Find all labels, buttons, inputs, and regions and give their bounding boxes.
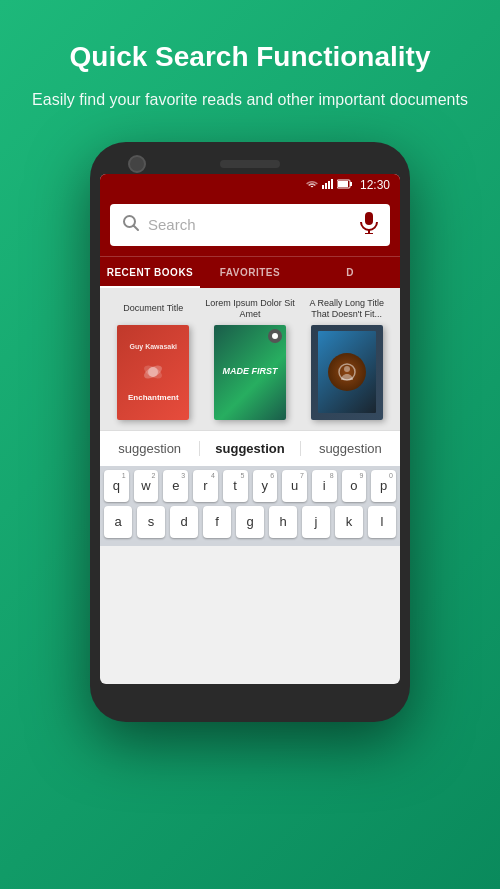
battery-icon [337,179,353,191]
status-icons: 12:30 [305,178,390,192]
key-p[interactable]: 0p [371,470,396,502]
svg-line-8 [134,225,139,230]
svg-rect-3 [331,179,333,189]
book-title-1: Document Title [123,298,183,320]
key-g[interactable]: g [236,506,264,538]
key-i[interactable]: 8i [312,470,337,502]
book-cover-3-inner [318,331,376,413]
suggestions-bar: suggestion suggestion suggestion [100,430,400,466]
status-bar: 12:30 [100,174,400,196]
svg-point-14 [148,367,158,377]
key-q[interactable]: 1q [104,470,129,502]
book-item-2[interactable]: Lorem Ipsum Dolor Sit Amet MADE FIRST [205,298,296,420]
key-s[interactable]: s [137,506,165,538]
book-cover-title-2: MADE FIRST [223,367,278,377]
suggestion-2[interactable]: suggestion [200,439,299,458]
key-o[interactable]: 9o [342,470,367,502]
key-h[interactable]: h [269,506,297,538]
book-cover-1: Guy Kawasaki Enchantment [117,325,189,420]
key-l[interactable]: l [368,506,396,538]
suggestion-3[interactable]: suggestion [301,439,400,458]
key-f[interactable]: f [203,506,231,538]
phone-mockup: 12:30 Search [90,142,410,722]
key-t[interactable]: 5t [223,470,248,502]
book-title-3: A Really Long Title That Doesn't Fit... [301,298,392,320]
keyboard: 1q 2w 3e 4r 5t 6y 7u 8i 9o 0p a s d f [100,466,400,546]
phone-screen: 12:30 Search [100,174,400,684]
book-cover-3-art [328,353,366,391]
status-time: 12:30 [360,178,390,192]
key-k[interactable]: k [335,506,363,538]
book-cover-3 [311,325,383,420]
search-placeholder: Search [148,216,352,233]
key-a[interactable]: a [104,506,132,538]
books-grid: Document Title Guy Kawasaki Enchantment … [100,288,400,430]
key-j[interactable]: j [302,506,330,538]
phone-camera [128,155,146,173]
svg-rect-5 [338,181,348,187]
svg-rect-9 [365,212,373,225]
phone-top-bar [100,152,400,174]
page-subtitle: Easily find your favorite reads and othe… [30,88,470,112]
tabs-bar: RECENT BOOKS FAVORITES D [100,256,400,288]
phone-frame: 12:30 Search [90,142,410,722]
keyboard-row-2: a s d f g h j k l [100,506,400,538]
search-icon [122,214,140,236]
book-badge-dot [272,333,278,339]
tab-recent-books[interactable]: RECENT BOOKS [100,257,200,288]
svg-rect-6 [350,182,352,186]
tab-other[interactable]: D [300,257,400,288]
suggestion-1[interactable]: suggestion [100,439,199,458]
book-author-1: Guy Kawasaki [130,343,177,350]
key-u[interactable]: 7u [282,470,307,502]
book-item-3[interactable]: A Really Long Title That Doesn't Fit... [301,298,392,420]
book-title-2: Lorem Ipsum Dolor Sit Amet [205,298,296,320]
signal-icon [322,179,334,191]
header-section: Quick Search Functionality Easily find y… [0,0,500,132]
book-badge [268,329,282,343]
svg-rect-1 [325,183,327,189]
app-search-bar: Search [100,196,400,256]
key-r[interactable]: 4r [193,470,218,502]
key-e[interactable]: 3e [163,470,188,502]
mic-icon[interactable] [360,212,378,238]
tab-favorites[interactable]: FAVORITES [200,257,300,288]
book-cover-title-1: Enchantment [128,393,179,402]
search-input-container[interactable]: Search [110,204,390,246]
svg-point-16 [344,366,350,372]
book-item-1[interactable]: Document Title Guy Kawasaki Enchantment [108,298,199,420]
svg-rect-2 [328,181,330,189]
svg-rect-0 [322,185,324,189]
phone-speaker [220,160,280,168]
book-cover-2: MADE FIRST [214,325,286,420]
wifi-icon [305,179,319,191]
page-title: Quick Search Functionality [30,40,470,74]
keyboard-row-1: 1q 2w 3e 4r 5t 6y 7u 8i 9o 0p [100,470,400,502]
key-d[interactable]: d [170,506,198,538]
key-y[interactable]: 6y [253,470,278,502]
key-w[interactable]: 2w [134,470,159,502]
